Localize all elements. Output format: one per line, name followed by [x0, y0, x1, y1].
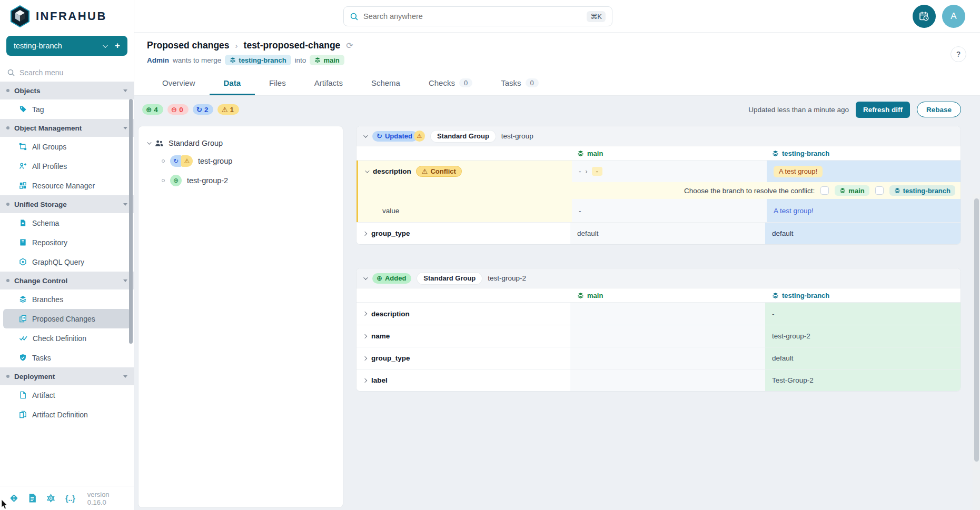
diff-card-header[interactable]: ↻Updated ⚠ Standard Group test-group [357, 126, 961, 146]
attribute-row-description[interactable]: description - [357, 303, 961, 325]
groups-icon [19, 143, 27, 151]
sidebar-item-tasks[interactable]: Tasks [0, 348, 134, 367]
attribute-row-description[interactable]: description ⚠Conflict - › - A test group… [358, 161, 961, 182]
tasks-count-badge: 0 [526, 78, 539, 87]
app-window: INFRAHUB testing-branch + Search menu Ob… [0, 0, 980, 510]
add-branch-button[interactable]: + [115, 41, 120, 51]
sidebar-item-repository[interactable]: Repository [0, 233, 134, 252]
window-scrollbar[interactable] [973, 194, 980, 510]
search-icon [350, 13, 358, 21]
repository-icon [19, 238, 27, 246]
section-object-management[interactable]: Object Management [0, 119, 134, 137]
sidebar-item-schema[interactable]: Schema [0, 213, 134, 233]
tab-checks[interactable]: Checks0 [414, 71, 487, 95]
diff-card-header[interactable]: ⊕Added Standard Group test-group-2 [357, 268, 961, 288]
git-icon[interactable] [9, 494, 18, 503]
sidebar-item-artifact-definition[interactable]: Artifact Definition [0, 405, 134, 424]
conflict-badge-icon: ⚠ [181, 155, 193, 167]
refresh-diff-button[interactable]: Refresh diff [856, 102, 910, 118]
last-updated-text: Updated less than a minute ago [748, 106, 849, 114]
tree-node-standard-group[interactable]: Standard Group [147, 139, 334, 147]
main-value: default [577, 229, 599, 237]
sidebar-item-resource-manager[interactable]: Resource Manager [0, 176, 134, 195]
attribute-row-label[interactable]: label Test-Group-2 [357, 369, 961, 391]
graphql-logo-icon[interactable] [46, 494, 55, 503]
section-label: Deployment [14, 373, 118, 381]
bullet-icon [162, 179, 165, 182]
tree-node-test-group-2[interactable]: ⊕ test-group-2 [162, 175, 334, 186]
attribute-row-name[interactable]: name test-group-2 [357, 325, 961, 347]
scrollbar-thumb[interactable] [974, 198, 979, 462]
layers-icon [577, 150, 584, 157]
sidebar-item-branches[interactable]: Branches [0, 289, 134, 309]
section-objects[interactable]: Objects [0, 82, 134, 99]
sidebar-footer: {..} version 0.16.0 [0, 486, 134, 510]
tab-schema[interactable]: Schema [357, 71, 414, 95]
plus-circle-icon: ⊕ [146, 105, 152, 114]
docs-icon[interactable] [28, 494, 36, 503]
sidebar-item-artifact[interactable]: Artifact [0, 385, 134, 405]
section-dot-icon [6, 89, 9, 92]
tab-tasks[interactable]: Tasks0 [487, 71, 553, 95]
tab-files[interactable]: Files [255, 71, 300, 95]
code-braces-icon[interactable]: {..} [65, 494, 75, 503]
rebase-button[interactable]: Rebase [917, 102, 961, 117]
sidebar-item-label: Resource Manager [32, 182, 95, 190]
sidebar-item-tag[interactable]: Tag [0, 99, 134, 119]
search-input[interactable] [363, 12, 581, 21]
added-badge-icon: ⊕ [170, 175, 182, 186]
sidebar-item-check-definition[interactable]: Check Definition [0, 328, 134, 348]
section-dot-icon [6, 126, 9, 129]
section-unified-storage[interactable]: Unified Storage [0, 195, 134, 213]
global-search[interactable]: ⌘K [343, 6, 612, 26]
sidebar-item-proposed-changes[interactable]: Proposed Changes [3, 309, 131, 328]
menu-search-placeholder: Search menu [19, 68, 63, 77]
tree-node-test-group[interactable]: ↻ ⚠ test-group [162, 155, 334, 167]
schedule-button[interactable] [913, 5, 936, 28]
resolve-main-badge[interactable]: main [835, 185, 869, 196]
breadcrumb-root[interactable]: Proposed changes [147, 40, 230, 51]
calendar-clock-icon [918, 11, 930, 22]
section-change-control[interactable]: Change Control [0, 272, 134, 289]
warning-icon: ⚠ [414, 131, 425, 142]
resolve-main-checkbox[interactable] [820, 186, 829, 195]
section-label: Objects [14, 87, 118, 95]
resolve-branch-badge[interactable]: testing-branch [889, 185, 955, 196]
resolve-branch-checkbox[interactable] [875, 186, 884, 195]
minus-circle-icon: ⊖ [171, 105, 177, 114]
artifact-definition-icon [19, 411, 27, 418]
sidebar-item-label: Schema [32, 219, 59, 227]
shortcut-badge: ⌘K [587, 11, 606, 22]
infrahub-logo-icon [9, 5, 31, 27]
tab-overview[interactable]: Overview [148, 71, 210, 95]
shield-check-icon [19, 354, 27, 362]
object-name: test-group [501, 132, 533, 140]
value-branch: A test group! [774, 207, 814, 215]
sidebar-item-graphql-query[interactable]: GraphQL Query [0, 252, 134, 272]
branch-value: - [772, 310, 775, 318]
avatar[interactable]: A [942, 5, 965, 28]
sidebar-item-all-profiles[interactable]: All Profiles [0, 156, 134, 176]
help-button[interactable]: ? [951, 46, 966, 62]
menu-search[interactable]: Search menu [0, 61, 134, 84]
attribute-row-group-type[interactable]: group_type default default [357, 222, 961, 244]
added-count-chip: ⊕4 [142, 104, 163, 115]
sidebar-scrollbar[interactable] [129, 99, 133, 344]
sidebar-item-all-groups[interactable]: All Groups [0, 137, 134, 156]
sidebar-item-label: Proposed Changes [32, 315, 95, 323]
sidebar: INFRAHUB testing-branch + Search menu Ob… [0, 0, 134, 510]
content-area: ⊕4 ⊖0 ↻2 ⚠1 Updated less than a minute a… [134, 96, 980, 510]
tab-artifacts[interactable]: Artifacts [300, 71, 357, 95]
tab-data[interactable]: Data [210, 71, 255, 95]
logo[interactable]: INFRAHUB [0, 0, 134, 33]
tree-node-label: test-group [198, 157, 232, 165]
schema-icon [19, 219, 27, 227]
section-deployment[interactable]: Deployment [0, 367, 134, 385]
kind-badge: Standard Group [431, 131, 496, 142]
breadcrumb-current: test-proposed-change [244, 40, 341, 51]
retry-icon[interactable]: ⟳ [346, 41, 353, 51]
branch-selector[interactable]: testing-branch + [6, 36, 127, 56]
value-label: value [358, 199, 572, 222]
attribute-row-group-type[interactable]: group_type default [357, 347, 961, 369]
section-label: Change Control [14, 277, 118, 285]
